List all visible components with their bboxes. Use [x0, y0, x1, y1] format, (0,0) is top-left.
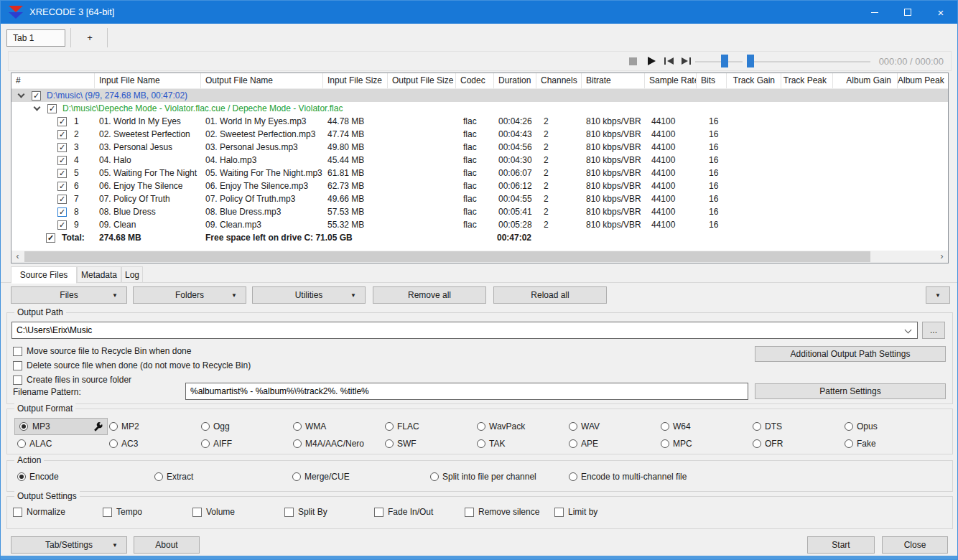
- minimize-button[interactable]: [858, 1, 891, 24]
- scroll-right-icon[interactable]: ›: [936, 251, 948, 263]
- radio[interactable]: [845, 439, 853, 448]
- browse-button[interactable]: ...: [922, 322, 945, 339]
- format-dts[interactable]: DTS: [753, 421, 782, 431]
- checkbox[interactable]: [13, 375, 22, 385]
- col-header-album-peak[interactable]: Album Peak: [898, 73, 949, 88]
- tab-source-files[interactable]: Source Files: [11, 266, 77, 284]
- add-tab-button[interactable]: +: [75, 29, 104, 47]
- radio[interactable]: [385, 439, 394, 448]
- track-row[interactable]: 6 06. Enjoy The Silence 06. Enjoy The Si…: [11, 179, 948, 192]
- next-track-button[interactable]: [678, 53, 694, 69]
- track-row[interactable]: 3 03. Personal Jesus 03. Personal Jesus.…: [11, 141, 948, 154]
- format-mpc[interactable]: MPC: [661, 439, 692, 449]
- format-m4a[interactable]: M4A/AAC/Nero: [293, 439, 364, 449]
- folder-group-row[interactable]: D:\music\ (9/9, 274.68 MB, 00:47:02): [11, 89, 948, 102]
- radio[interactable]: [293, 439, 302, 448]
- track-row[interactable]: 9 09. Clean 09. Clean.mp3 55.32 MB flac …: [11, 218, 948, 231]
- folder-checkbox[interactable]: [32, 91, 41, 101]
- titlebar[interactable]: XRECODE 3 [64-bit] ×: [1, 1, 957, 24]
- radio[interactable]: [109, 439, 118, 448]
- output-path-input[interactable]: [12, 322, 917, 338]
- more-options-dropdown[interactable]: ▼: [926, 286, 950, 304]
- output-path-combobox[interactable]: [11, 322, 918, 339]
- setting-limit-by[interactable]: Limit by: [554, 507, 597, 517]
- radio[interactable]: [569, 422, 577, 431]
- col-header-track-peak[interactable]: Track Peak: [781, 73, 833, 88]
- format-w64[interactable]: W64: [661, 421, 691, 431]
- expander-icon[interactable]: [34, 103, 41, 111]
- col-header-sample-rate[interactable]: Sample Rate: [645, 73, 697, 88]
- format-mp2[interactable]: MP2: [109, 421, 139, 431]
- option-source-folder[interactable]: Create files in source folder: [13, 375, 131, 385]
- format-aiff[interactable]: AIFF: [201, 439, 232, 449]
- checkbox[interactable]: [13, 508, 22, 517]
- checkbox[interactable]: [103, 508, 112, 517]
- col-header-track-gain[interactable]: Track Gain: [727, 73, 781, 88]
- action-split-per-channel[interactable]: Split into file per channel: [430, 472, 536, 482]
- album-checkbox[interactable]: [47, 104, 57, 113]
- col-header-bits[interactable]: Bits: [697, 73, 727, 88]
- checkbox[interactable]: [13, 361, 22, 370]
- option-recycle-bin[interactable]: Move source file to Recycle Bin when don…: [13, 346, 191, 356]
- setting-normalize[interactable]: Normalize: [13, 507, 65, 517]
- horizontal-scrollbar[interactable]: ‹ ›: [11, 251, 948, 263]
- expander-icon[interactable]: [18, 90, 25, 98]
- radio[interactable]: [569, 472, 577, 481]
- format-alac[interactable]: ALAC: [17, 439, 52, 449]
- format-wavpack[interactable]: WavPack: [477, 421, 525, 431]
- track-row[interactable]: 5 05. Waiting For The Night 05. Waiting …: [11, 167, 948, 179]
- checkbox[interactable]: [284, 508, 294, 517]
- col-header-num[interactable]: #: [11, 73, 95, 88]
- radio[interactable]: [201, 422, 210, 431]
- track-checkbox[interactable]: [57, 143, 67, 152]
- total-checkbox[interactable]: [46, 233, 55, 243]
- track-row[interactable]: 1 01. World In My Eyes 01. World In My E…: [11, 115, 948, 128]
- format-ogg[interactable]: Ogg: [201, 421, 230, 431]
- radio[interactable]: [19, 422, 28, 431]
- radio[interactable]: [477, 439, 485, 448]
- track-row[interactable]: 2 02. Sweetest Perfection 02. Sweetest P…: [11, 128, 948, 141]
- setting-volume[interactable]: Volume: [192, 507, 235, 517]
- reload-all-button[interactable]: Reload all: [493, 286, 607, 304]
- col-header-input-size[interactable]: Input File Size: [323, 73, 388, 88]
- play-button[interactable]: [643, 53, 659, 69]
- radio[interactable]: [661, 422, 669, 431]
- format-ofr[interactable]: OFR: [753, 439, 783, 449]
- option-delete-source[interactable]: Delete source file when done (do not mov…: [13, 360, 251, 370]
- track-checkbox[interactable]: [57, 130, 67, 139]
- track-checkbox[interactable]: [57, 156, 67, 165]
- radio[interactable]: [109, 422, 118, 431]
- col-header-output-name[interactable]: Output File Name: [201, 73, 323, 88]
- col-header-codec[interactable]: Codec: [456, 73, 494, 88]
- track-row[interactable]: 4 04. Halo 04. Halo.mp3 45.44 MB flac 00…: [11, 154, 948, 167]
- scroll-left-icon[interactable]: ‹: [11, 251, 24, 263]
- format-ac3[interactable]: AC3: [109, 439, 138, 449]
- checkbox[interactable]: [13, 347, 22, 356]
- files-button[interactable]: Files▼: [11, 286, 127, 304]
- tab-1[interactable]: Tab 1: [6, 29, 65, 47]
- position-slider[interactable]: [747, 61, 870, 62]
- format-opus[interactable]: Opus: [845, 421, 878, 431]
- radio[interactable]: [154, 472, 163, 481]
- radio[interactable]: [753, 422, 761, 431]
- filename-pattern-field[interactable]: [185, 383, 748, 400]
- volume-slider[interactable]: [695, 61, 743, 62]
- radio[interactable]: [17, 472, 26, 481]
- col-header-duration[interactable]: Duration: [494, 73, 536, 88]
- format-ape[interactable]: APE: [569, 439, 598, 449]
- folders-button[interactable]: Folders▼: [133, 286, 246, 304]
- col-header-input-name[interactable]: Input File Name: [95, 73, 201, 88]
- wrench-icon[interactable]: [93, 422, 103, 431]
- tab-log[interactable]: Log: [121, 266, 143, 283]
- additional-output-path-settings-button[interactable]: Additional Output Path Settings: [755, 346, 946, 362]
- format-tak[interactable]: TAK: [477, 439, 505, 449]
- action-encode[interactable]: Encode: [17, 472, 59, 482]
- track-checkbox[interactable]: [57, 182, 67, 191]
- col-header-album-gain[interactable]: Album Gain: [833, 73, 898, 88]
- radio[interactable]: [201, 439, 210, 448]
- checkbox[interactable]: [465, 508, 474, 517]
- radio[interactable]: [661, 439, 669, 448]
- radio[interactable]: [385, 422, 394, 431]
- track-checkbox[interactable]: [57, 117, 67, 126]
- format-flac[interactable]: FLAC: [385, 421, 419, 431]
